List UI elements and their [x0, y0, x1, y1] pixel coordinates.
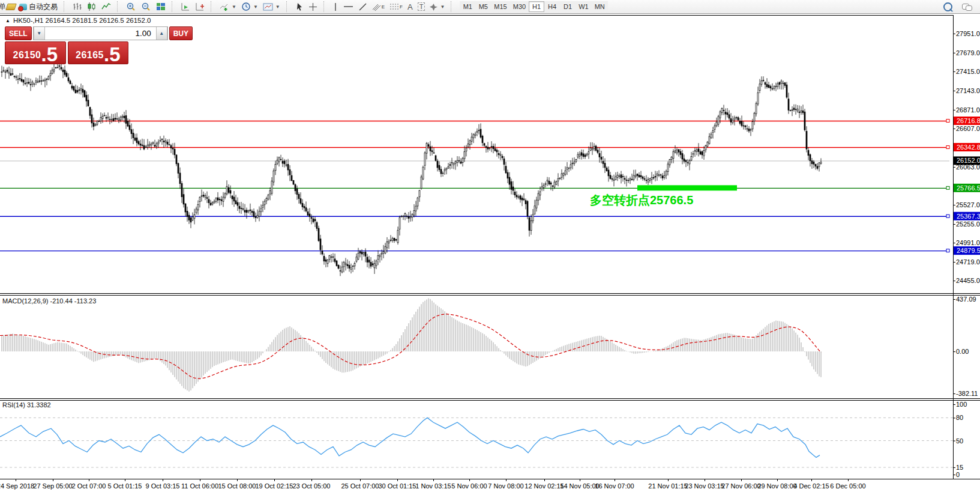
rsi-indicator-label: RSI(14) 31.3382 [2, 401, 51, 408]
rsi-axis-label: 15 [956, 464, 963, 471]
chevron-down-icon: ▼ [275, 4, 280, 10]
fibonacci-tool-letter: F [400, 4, 403, 10]
level-marker[interactable] [946, 249, 949, 252]
search-icon[interactable] [943, 2, 952, 11]
triangle-down-icon: ▼ [37, 31, 41, 36]
fibonacci-tool-button[interactable]: F [387, 1, 405, 13]
arrows-tool-button[interactable]: ▼ [427, 1, 447, 13]
level-price-label: 26152.0 [957, 157, 980, 164]
level-marker[interactable] [946, 120, 949, 123]
templates-button[interactable]: ▼ [260, 1, 283, 13]
toolbar: 单 自动交易 ▼ ▼ ▼ E F A T ▼ [0, 0, 980, 14]
time-tick-label: 19 Oct 02:15 [256, 482, 293, 490]
toolbar-separator [211, 1, 215, 12]
new-order-icon[interactable] [5, 4, 17, 10]
price-tick-label: 27143.0 [956, 87, 980, 94]
buy-price-box[interactable]: 26165 .5 [68, 41, 129, 64]
price-tick-label: 25527.0 [956, 201, 980, 208]
time-tick-label: 1 Nov 03:15 [415, 482, 451, 490]
price-tick-label: 26871.0 [956, 106, 980, 114]
time-tick-label: 12 Nov 02:15 [525, 482, 564, 490]
rsi-axis-label: 80 [956, 414, 963, 421]
time-tick-label: 30 Oct 01:15 [379, 482, 416, 490]
timeframe-button-M30[interactable]: M30 [510, 1, 529, 12]
bar-chart-button[interactable] [70, 1, 85, 13]
time-tick-label: 9 Oct 03:15 [146, 482, 180, 490]
timeframe-button-D1[interactable]: D1 [560, 1, 576, 12]
zoom-in-button[interactable] [124, 1, 139, 13]
candlestick-chart-button[interactable] [85, 1, 99, 13]
trendline-tool-button[interactable] [356, 1, 370, 13]
channel-tool-letter: E [382, 4, 385, 10]
toolbar-separator [64, 1, 68, 12]
periods-button[interactable]: ▼ [239, 1, 260, 13]
chevron-down-icon: ▼ [232, 4, 236, 10]
auto-scroll-button[interactable] [178, 1, 193, 13]
chart-canvas[interactable]: 多空转折点25766.527951.027679.027415.027143.0… [0, 0, 980, 492]
sell-button[interactable]: SELL [5, 26, 32, 40]
timeframe-button-M5[interactable]: M5 [475, 1, 491, 12]
one-click-trading-panel: SELL ▼ ▲ BUY 26150 .5 26165 .5 [5, 26, 128, 64]
timeframe-button-H1[interactable]: H1 [529, 1, 544, 12]
level-marker[interactable] [946, 146, 949, 149]
volume-input[interactable] [45, 27, 156, 40]
zoom-out-button[interactable] [139, 1, 154, 13]
timeframe-button-M15[interactable]: M15 [491, 1, 510, 12]
level-price-label: 24879.5 [957, 247, 980, 254]
chat-icon[interactable] [962, 4, 972, 10]
time-tick-label: 15 Oct 08:00 [218, 482, 256, 490]
time-tick-label: 24 Sep 2018 [0, 482, 34, 490]
symbol-collapse-icon[interactable]: ▲ [5, 18, 10, 23]
volume-stepper: ▼ ▲ [33, 26, 168, 40]
time-tick-label: 14 Nov 05:00 [560, 482, 599, 490]
rsi-axis-label: 0 [956, 471, 960, 478]
price-tick-label: 24991.0 [956, 239, 980, 246]
timeframe-button-H4[interactable]: H4 [544, 1, 560, 12]
timeframe-button-W1[interactable]: W1 [576, 1, 592, 12]
level-marker[interactable] [946, 186, 949, 189]
equidistant-channel-tool-button[interactable]: E [370, 1, 387, 13]
time-tick-label: 21 Nov 01:15 [648, 482, 687, 490]
rsi-pane: 1008050150 [0, 401, 967, 478]
triangle-up-icon: ▲ [159, 31, 164, 36]
sell-price-box[interactable]: 26150 .5 [5, 41, 66, 64]
horizontal-line-tool-button[interactable] [341, 1, 356, 13]
chart-shift-button[interactable] [193, 1, 207, 13]
line-chart-button[interactable] [99, 1, 113, 13]
timeframe-button-M1[interactable]: M1 [460, 1, 475, 12]
volume-decrease-button[interactable]: ▼ [34, 27, 45, 40]
vertical-line-tool-button[interactable] [330, 1, 341, 13]
buy-price-frac: .5 [104, 46, 121, 63]
time-tick-label: 16 Nov 07:00 [595, 482, 634, 490]
price-tick-label: 25255.0 [956, 220, 980, 228]
tile-windows-button[interactable] [154, 1, 168, 13]
text-tool-button[interactable]: A [405, 1, 415, 13]
price-tick-label: 27679.0 [956, 49, 980, 56]
autotrading-button[interactable]: 自动交易 [17, 1, 60, 13]
price-tick-label: 24719.0 [956, 258, 980, 266]
buy-button[interactable]: BUY [169, 26, 193, 40]
price-tick-label: 26607.0 [956, 125, 980, 132]
time-tick-label: 5 Nov 06:00 [451, 482, 487, 490]
time-axis: 24 Sep 201827 Sep 05:002 Oct 07:005 Oct … [0, 479, 866, 490]
text-label-tool-button[interactable]: T [415, 1, 428, 13]
indicators-button[interactable]: ▼ [217, 1, 239, 13]
cursor-tool-button[interactable] [293, 1, 306, 13]
macd-pane: 437.090.00-382.11 [0, 296, 978, 397]
crosshair-tool-button[interactable] [306, 1, 320, 13]
buy-price-main: 26165 [76, 50, 104, 60]
sell-price-main: 26150 [13, 50, 41, 60]
trading-terminal-window: 单 自动交易 ▼ ▼ ▼ E F A T ▼ [0, 0, 980, 492]
timeframe-button-MN[interactable]: MN [592, 1, 608, 12]
level-marker[interactable] [946, 214, 949, 217]
turning-point-highlight[interactable] [637, 185, 737, 190]
price-axis: 27951.027679.027415.027143.026871.026607… [953, 30, 980, 284]
time-tick-label: 6 Dec 05:00 [830, 482, 865, 490]
candles [1, 61, 822, 276]
toolbar-separator [172, 1, 176, 12]
time-tick-label: 27 Nov 06:00 [721, 482, 760, 490]
price-tick-label: 27415.0 [956, 68, 980, 75]
new-order-button[interactable]: 单 [0, 2, 5, 12]
volume-increase-button[interactable]: ▲ [156, 27, 167, 40]
macd-axis-label: 0.00 [956, 348, 969, 355]
